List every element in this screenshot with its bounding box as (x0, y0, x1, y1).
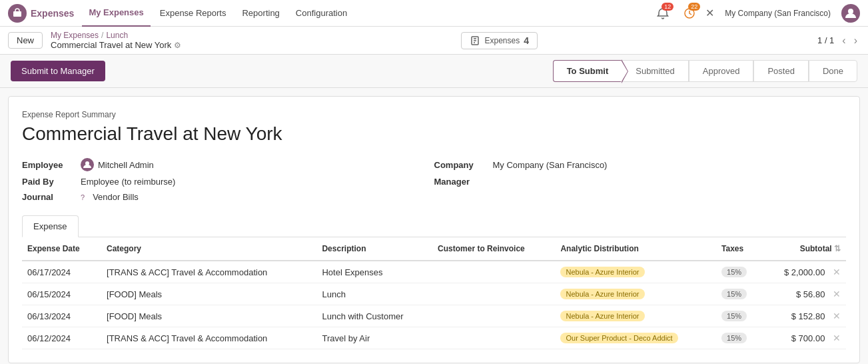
breadcrumb-current-link[interactable]: Lunch (106, 31, 128, 40)
app-name: Expenses (31, 8, 74, 19)
analytic-tag-2[interactable]: Nebula - Azure Interior (560, 311, 644, 321)
table-row: 06/15/2024 [FOOD] Meals Lunch Nebula - A… (22, 283, 846, 305)
cell-analytic-3: Our Super Product - Deco Addict (555, 327, 716, 349)
cell-description-2: Lunch with Customer (316, 305, 432, 327)
cell-category-2: [FOOD] Meals (101, 305, 316, 327)
activities-button[interactable]: 22 (679, 3, 700, 24)
delete-row-icon-0[interactable]: ✕ (833, 267, 841, 277)
tab-bar: Expense (22, 215, 846, 237)
col-header-taxes: Taxes (716, 237, 761, 261)
cell-date-2: 06/13/2024 (22, 305, 101, 327)
action-bar: Submit to Manager To Submit Submitted Ap… (0, 55, 868, 88)
cell-description-3: Travel by Air (316, 327, 432, 349)
activities-badge: 22 (688, 3, 700, 11)
delete-row-icon-2[interactable]: ✕ (833, 311, 841, 321)
breadcrumb-separator: / (101, 31, 103, 40)
app-logo[interactable]: Expenses (8, 4, 74, 23)
expenses-doc-button[interactable]: Expenses 4 (461, 32, 538, 49)
nav-reporting[interactable]: Reporting (235, 0, 286, 27)
doc-button-area: Expenses 4 (189, 32, 809, 49)
company-name: My Company (San Francisco) (725, 9, 831, 18)
breadcrumb-title: Commercial Travel at New York ⚙ (51, 40, 181, 50)
cell-date-1: 06/15/2024 (22, 283, 101, 305)
journal-label: Journal (22, 192, 75, 202)
prev-arrow[interactable]: ‹ (839, 33, 848, 48)
new-button[interactable]: New (8, 32, 43, 49)
nav-my-expenses[interactable]: My Expenses (82, 0, 150, 27)
status-approved[interactable]: Approved (689, 60, 754, 82)
company-field-row: Company My Company (San Francisco) (434, 158, 847, 171)
user-avatar[interactable] (841, 4, 860, 23)
status-submitted[interactable]: Submitted (622, 60, 689, 82)
breadcrumb-root-link[interactable]: My Expenses (51, 31, 99, 40)
sub-header: New My Expenses / Lunch Commercial Trave… (0, 27, 868, 55)
cell-analytic-2: Nebula - Azure Interior (555, 305, 716, 327)
analytic-tag-3[interactable]: Our Super Product - Deco Addict (560, 333, 677, 343)
report-section-label: Expense Report Summary (22, 110, 846, 119)
delete-row-icon-1[interactable]: ✕ (833, 289, 841, 299)
pagination-text: 1 / 1 (817, 35, 834, 45)
paid-by-value: Employee (to reimburse) (81, 177, 175, 187)
cell-subtotal-0: $ 2,000.00 ✕ (761, 261, 846, 283)
table-row: 06/12/2024 [TRANS & ACC] Travel & Accomm… (22, 327, 846, 349)
close-icon[interactable]: ✕ (705, 7, 714, 19)
paid-by-label: Paid By (22, 177, 75, 187)
table-row: 06/17/2024 [TRANS & ACC] Travel & Accomm… (22, 261, 846, 283)
svg-rect-0 (13, 11, 21, 17)
tax-badge-2: 15% (721, 311, 747, 321)
cell-analytic-0: Nebula - Azure Interior (555, 261, 716, 283)
logo-icon (8, 4, 27, 23)
cell-analytic-1: Nebula - Azure Interior (555, 283, 716, 305)
table-header-row: Expense Date Category Description Custom… (22, 237, 846, 261)
cell-customer-2 (432, 305, 555, 327)
subtotal-sort-icon[interactable]: ⇅ (834, 244, 841, 253)
analytic-tag-0[interactable]: Nebula - Azure Interior (560, 267, 644, 277)
submit-to-manager-button[interactable]: Submit to Manager (11, 61, 105, 81)
tab-expense[interactable]: Expense (22, 215, 79, 237)
analytic-tag-1[interactable]: Nebula - Azure Interior (560, 289, 644, 299)
manager-field-row: Manager (434, 177, 847, 187)
doc-button-label: Expenses (484, 36, 520, 45)
nav-configuration[interactable]: Configuration (289, 0, 354, 27)
report-fields: Employee Mitchell Admin Company My Compa… (22, 158, 846, 202)
col-header-customer: Customer to Reinvoice (432, 237, 555, 261)
cell-customer-3 (432, 327, 555, 349)
cell-description-0: Hotel Expenses (316, 261, 432, 283)
cell-category-3: [TRANS & ACC] Travel & Accommodation (101, 327, 316, 349)
cell-category-0: [TRANS & ACC] Travel & Accommodation (101, 261, 316, 283)
status-posted[interactable]: Posted (753, 60, 808, 82)
cell-customer-0 (432, 261, 555, 283)
delete-row-icon-3[interactable]: ✕ (833, 333, 841, 343)
company-label: Company (434, 160, 488, 170)
cell-description-1: Lunch (316, 283, 432, 305)
manager-label: Manager (434, 177, 488, 187)
paid-by-field-row: Paid By Employee (to reimburse) (22, 177, 434, 187)
cell-category-1: [FOOD] Meals (101, 283, 316, 305)
company-value: My Company (San Francisco) (493, 160, 608, 170)
cell-date-3: 06/12/2024 (22, 327, 101, 349)
expense-table: Expense Date Category Description Custom… (22, 237, 846, 349)
employee-avatar-icon (81, 158, 94, 171)
cell-taxes-2: 15% (716, 305, 761, 327)
journal-value: Vendor Bills (93, 192, 139, 202)
page-title: Commercial Travel at New York (51, 40, 171, 50)
report-title: Commercial Travel at New York (22, 123, 846, 145)
cell-taxes-3: 15% (716, 327, 761, 349)
settings-icon[interactable]: ⚙ (174, 41, 181, 50)
notifications-button[interactable]: 12 (652, 3, 673, 24)
cell-date-0: 06/17/2024 (22, 261, 101, 283)
doc-button-count: 4 (524, 35, 529, 46)
breadcrumb: My Expenses / Lunch Commercial Travel at… (51, 31, 181, 50)
next-arrow[interactable]: › (851, 33, 860, 48)
tax-badge-3: 15% (721, 333, 747, 343)
col-header-date: Expense Date (22, 237, 101, 261)
employee-field-row: Employee Mitchell Admin (22, 158, 434, 171)
cell-subtotal-3: $ 700.00 ✕ (761, 327, 846, 349)
tax-badge-1: 15% (721, 289, 747, 299)
status-done[interactable]: Done (809, 60, 857, 82)
status-to-submit[interactable]: To Submit (553, 60, 622, 82)
journal-tooltip-icon[interactable]: ? (81, 193, 85, 201)
nav-expense-reports[interactable]: Expense Reports (153, 0, 233, 27)
cell-subtotal-2: $ 152.80 ✕ (761, 305, 846, 327)
cell-taxes-1: 15% (716, 283, 761, 305)
